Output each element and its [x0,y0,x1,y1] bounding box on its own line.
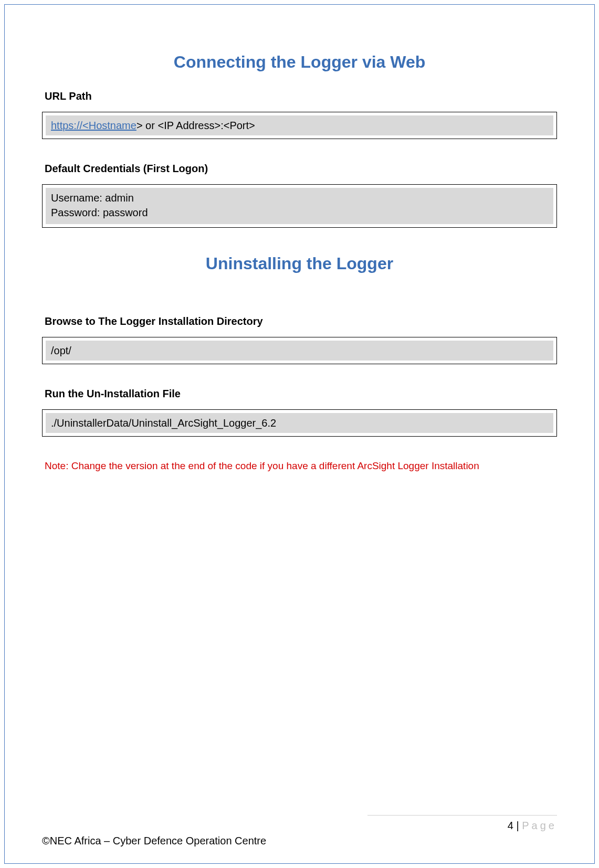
code-box-browse: /opt/ [42,337,557,364]
page-label: Page [522,820,557,831]
footer-copyright: ©NEC Africa – Cyber Defence Operation Ce… [42,835,557,847]
code-box-url: https://<Hostname> or <IP Address>:<Port… [42,112,557,139]
code-creds-content: Username: admin Password: password [46,188,553,224]
code-uninstall-content: ./UninstallerData/Uninstall_ArcSight_Log… [46,413,553,433]
code-box-creds: Username: admin Password: password [42,184,557,228]
subheading-default-creds: Default Credentials (First Logon) [45,163,557,175]
page-num: 4 [508,820,513,831]
note-text: Note: Change the version at the end of t… [45,460,557,472]
heading-connecting: Connecting the Logger via Web [42,52,557,72]
subheading-browse-dir: Browse to The Logger Installation Direct… [45,315,557,327]
code-url-content: https://<Hostname> or <IP Address>:<Port… [46,115,553,135]
footer: 4 | Page ©NEC Africa – Cyber Defence Ope… [42,815,557,847]
page-sep: | [513,820,522,831]
footer-page-number: 4 | Page [42,820,557,832]
subheading-run-uninstall: Run the Un-Installation File [45,388,557,400]
creds-password: Password: password [51,205,548,220]
url-link-part[interactable]: https://<Hostname [51,120,136,131]
creds-username: Username: admin [51,190,548,205]
code-box-uninstall: ./UninstallerData/Uninstall_ArcSight_Log… [42,409,557,437]
code-browse-content: /opt/ [46,341,553,361]
url-suffix: > or <IP Address>:<Port> [136,120,255,131]
page-content: Connecting the Logger via Web URL Path h… [0,0,599,472]
subheading-url-path: URL Path [45,90,557,102]
footer-divider [367,815,557,816]
heading-uninstalling: Uninstalling the Logger [42,254,557,273]
